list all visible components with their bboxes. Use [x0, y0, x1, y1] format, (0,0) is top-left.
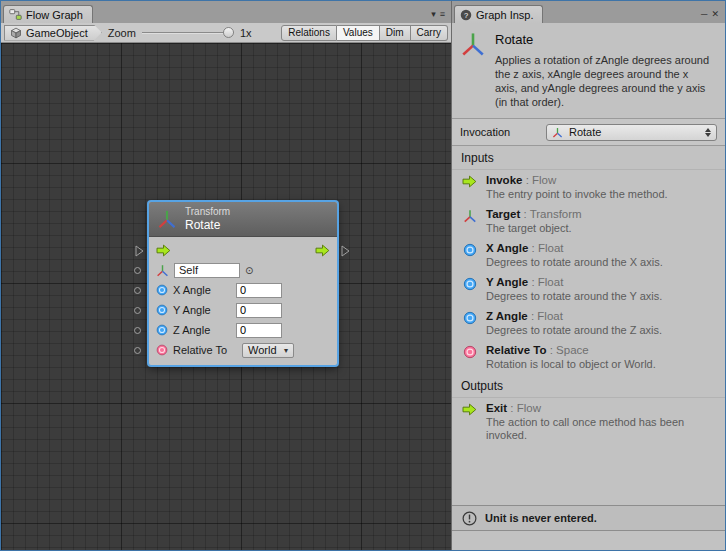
zoom-label: Zoom	[108, 27, 136, 39]
entry-type: : Float	[528, 242, 563, 254]
float-port-icon[interactable]	[156, 324, 168, 336]
tab-graph-inspector-label: Graph Insp.	[476, 9, 533, 21]
transform-axis-icon	[461, 208, 478, 238]
warning-bar: Unit is never entered.	[452, 505, 725, 531]
tab-graph-inspector[interactable]: ? Graph Insp.	[454, 5, 543, 23]
x-angle-input-connector[interactable]	[134, 287, 141, 294]
z-angle-input-connector[interactable]	[134, 327, 141, 334]
entry-name: Exit	[486, 402, 507, 414]
transform-axis-icon	[552, 127, 563, 138]
zoom-slider[interactable]	[142, 26, 234, 40]
entry-type: : Flow	[507, 402, 541, 414]
inspector-spacer	[452, 444, 725, 505]
node-header[interactable]: Transform Rotate	[149, 202, 337, 237]
relative-to-input-connector[interactable]	[134, 347, 141, 354]
inspector-input-target: Target : Transform The target object.	[452, 204, 725, 238]
close-icon[interactable]: ✕	[711, 10, 719, 19]
invocation-dropdown[interactable]: Rotate	[546, 124, 717, 141]
relative-to-label: Relative To	[173, 344, 237, 356]
inspector-description: Applies a rotation of zAngle degrees aro…	[495, 53, 713, 109]
transform-axis-icon	[157, 209, 177, 229]
outputs-section-header: Outputs	[452, 374, 725, 398]
flow-port-row	[149, 240, 337, 260]
unity-editor-window: Flow Graph ▾ ≡ GameObject Zoom	[0, 0, 726, 551]
minimize-icon[interactable]: ─	[701, 10, 707, 19]
pane-menu-icon[interactable]: ≡	[440, 10, 445, 19]
entry-name: Y Angle	[486, 276, 528, 288]
flow-arrow-icon	[461, 174, 478, 204]
target-object-field[interactable]: Self	[174, 263, 240, 278]
object-picker-icon[interactable]: ⊙	[245, 265, 253, 276]
inspector-icon: ?	[460, 9, 472, 21]
x-angle-input[interactable]	[236, 283, 282, 298]
node-titles: Transform Rotate	[185, 206, 230, 232]
inspector-title: Rotate	[495, 32, 713, 47]
inspector-input-relative-to: Relative To : Space Rotation is local to…	[452, 340, 725, 374]
y-angle-input[interactable]	[236, 303, 282, 318]
entry-desc: The entry point to invoke the method.	[486, 188, 668, 201]
graph-inspector-tabbar: ? Graph Insp. ─ ✕	[452, 1, 725, 23]
zoom-slider-thumb[interactable]	[223, 27, 234, 38]
graph-toggle-group: Relations Values Dim Carry	[281, 25, 448, 41]
flow-graph-tabbar: Flow Graph ▾ ≡	[1, 1, 451, 23]
x-angle-port-row: X Angle	[149, 280, 337, 300]
inspector-body: Rotate Applies a rotation of zAngle degr…	[452, 23, 725, 550]
x-angle-label: X Angle	[173, 284, 231, 296]
target-input-connector[interactable]	[134, 267, 141, 274]
transform-rotate-node[interactable]: Transform Rotate	[148, 201, 338, 366]
z-angle-label: Z Angle	[173, 324, 231, 336]
svg-text:?: ?	[464, 10, 468, 19]
entry-desc: Degrees to rotate around the X axis.	[486, 256, 663, 269]
float-icon	[461, 310, 478, 340]
y-angle-label: Y Angle	[173, 304, 231, 316]
graph-canvas[interactable]: Transform Rotate	[1, 43, 451, 550]
dim-toggle[interactable]: Dim	[380, 25, 411, 41]
flow-output-connector[interactable]	[341, 245, 350, 257]
transform-port-icon[interactable]	[156, 264, 169, 277]
inspector-input-invoke: Invoke : Flow The entry point to invoke …	[452, 170, 725, 204]
z-angle-input[interactable]	[236, 323, 282, 338]
invoke-flow-arrow-icon[interactable]	[156, 244, 171, 257]
invocation-label: Invocation	[460, 126, 546, 138]
tab-flow-graph-label: Flow Graph	[26, 9, 83, 21]
entry-text: Y Angle : Float Degrees to rotate around…	[486, 276, 662, 306]
entry-name: Invoke	[486, 174, 522, 186]
float-port-icon[interactable]	[156, 284, 168, 296]
exit-flow-arrow-icon[interactable]	[315, 244, 330, 257]
entry-desc: The action to call once method has been …	[486, 416, 716, 442]
node-subtitle: Rotate	[185, 218, 230, 232]
transform-axis-icon	[460, 31, 486, 109]
relative-to-value: World	[248, 344, 277, 356]
entry-name: Target	[486, 208, 520, 220]
popup-arrows-icon	[705, 128, 711, 137]
entry-type: : Transform	[520, 208, 581, 220]
float-port-icon[interactable]	[156, 304, 168, 316]
values-toggle[interactable]: Values	[337, 25, 380, 41]
flow-arrow-icon	[461, 402, 478, 444]
invocation-value: Rotate	[569, 126, 601, 138]
entry-type: : Float	[528, 310, 563, 322]
warning-icon	[462, 511, 477, 526]
target-object-value: Self	[179, 264, 198, 276]
flow-input-connector[interactable]	[135, 245, 144, 257]
inspector-output-exit: Exit : Flow The action to call once meth…	[452, 398, 725, 444]
tab-flow-graph[interactable]: Flow Graph	[3, 5, 93, 23]
entry-text: Exit : Flow The action to call once meth…	[486, 402, 716, 444]
graph-inspector-pane-controls: ─ ✕	[701, 10, 723, 23]
entry-text: Relative To : Space Rotation is local to…	[486, 344, 656, 374]
entry-text: Z Angle : Float Degrees to rotate around…	[486, 310, 662, 340]
relations-toggle[interactable]: Relations	[281, 25, 337, 41]
breadcrumb-gameobject[interactable]: GameObject	[4, 25, 102, 41]
gameobject-cube-icon	[10, 27, 22, 39]
space-port-icon[interactable]	[156, 344, 168, 356]
target-port-row: Self ⊙	[149, 260, 337, 280]
y-angle-input-connector[interactable]	[134, 307, 141, 314]
z-angle-port-row: Z Angle	[149, 320, 337, 340]
carry-toggle[interactable]: Carry	[411, 25, 448, 41]
node-body: Self ⊙ X Angle	[149, 237, 337, 365]
inspector-input-z-angle: Z Angle : Float Degrees to rotate around…	[452, 306, 725, 340]
entry-desc: The target object.	[486, 222, 582, 235]
relative-to-dropdown[interactable]: World ▾	[242, 343, 294, 358]
pane-dropdown-icon[interactable]: ▾	[431, 10, 436, 19]
float-icon	[461, 242, 478, 272]
